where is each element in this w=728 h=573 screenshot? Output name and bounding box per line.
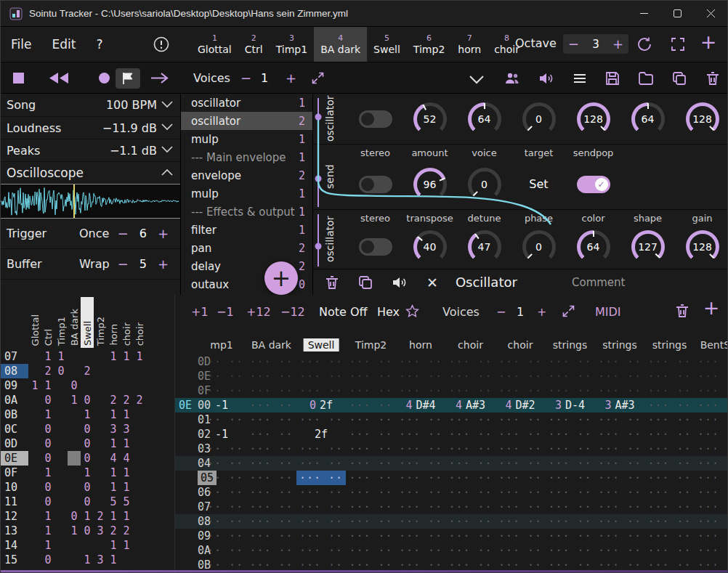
note-cell[interactable]: ··· ·· (197, 514, 246, 529)
pattern-cell[interactable]: 2 (120, 393, 133, 407)
note-cell[interactable]: ··· ·· (695, 413, 728, 427)
track-header[interactable]: horn (405, 338, 437, 351)
note-cell[interactable]: ··· ·· (296, 413, 346, 427)
pattern-cell[interactable] (28, 349, 41, 364)
pattern-cell[interactable]: 1 (68, 393, 81, 407)
pattern-cell[interactable] (94, 451, 107, 466)
pattern-cell[interactable]: 0 (81, 451, 94, 466)
pattern-col-header[interactable]: Ctrl (41, 297, 54, 348)
track-header[interactable]: strings (549, 338, 591, 351)
note-cell[interactable]: ··· ·· (296, 500, 346, 514)
pattern-cell[interactable] (54, 451, 68, 466)
menu-help[interactable]: ? (96, 37, 102, 52)
pattern-row-label[interactable]: 0D (1, 436, 28, 451)
unit-list-item[interactable]: filter1 (181, 221, 312, 239)
unit-solo-button[interactable] (390, 274, 408, 291)
collapse-chevron[interactable] (469, 75, 485, 84)
pattern-cell[interactable]: 3 (94, 553, 107, 567)
note-cell[interactable]: ··· ·· (197, 471, 246, 485)
effect-button[interactable] (405, 304, 420, 319)
pattern-cell[interactable]: 1 (41, 349, 54, 364)
note-cell[interactable]: ··· ·· (247, 514, 296, 529)
note-cell[interactable]: ··· ·· (695, 442, 728, 456)
note-cell[interactable]: ··· ·· (546, 471, 595, 485)
disable-unit-button[interactable]: ✕ (426, 275, 438, 290)
pattern-cell[interactable] (54, 480, 68, 495)
pattern-row-label[interactable]: 08 (1, 364, 28, 378)
note-cell[interactable]: ··· ·· (396, 442, 445, 456)
pattern-cell[interactable] (28, 422, 41, 436)
transpose-up-1-button[interactable]: +1 (191, 305, 209, 319)
note-cell[interactable]: ··· ·· (645, 485, 695, 500)
buffer-plus-button[interactable]: + (158, 256, 169, 272)
unit-list-item[interactable]: pan2 (181, 239, 312, 257)
note-cell[interactable]: ··· ·· (247, 485, 296, 500)
knob-detune[interactable]: 64 (468, 102, 501, 136)
pattern-cell[interactable] (54, 378, 68, 393)
unit-list-item[interactable]: envelope2 (181, 166, 312, 184)
note-cell[interactable]: ··· ·· (645, 456, 695, 471)
note-cell[interactable]: ··· ·· (396, 500, 445, 514)
rewind-button[interactable] (49, 72, 69, 84)
pattern-row-label[interactable]: 0A (1, 393, 28, 407)
note-cell[interactable]: ··· ·· (347, 354, 396, 369)
pattern-cell[interactable] (120, 364, 133, 378)
note-cell[interactable]: ··· ·· (496, 543, 545, 558)
pattern-cell[interactable]: 0 (68, 509, 81, 524)
note-cell[interactable]: ··· ·· (496, 413, 545, 427)
track-header[interactable]: strings (598, 338, 641, 351)
note-cell[interactable]: ··· ·· (396, 471, 445, 485)
pattern-cell[interactable] (54, 495, 68, 509)
hex-toggle[interactable]: Hex (377, 305, 400, 319)
unit-list-item[interactable]: oscillator2 (181, 112, 312, 130)
transpose-down-1-button[interactable]: −1 (217, 305, 234, 319)
note-cell[interactable]: ··· ·· (446, 456, 496, 471)
pattern-cell[interactable] (94, 364, 107, 378)
pattern-cell[interactable]: 1 (120, 349, 133, 364)
note-cell[interactable]: 4D#4 (396, 398, 445, 413)
pattern-cell[interactable] (28, 538, 41, 553)
note-cell[interactable]: ··· ·· (446, 369, 496, 383)
note-cell[interactable]: ··· ·· (347, 369, 396, 383)
note-cell[interactable]: ··· ·· (296, 543, 346, 558)
pattern-cell[interactable]: 1 (120, 466, 133, 480)
pattern-col-header[interactable]: BA dark (68, 297, 81, 348)
track-header[interactable]: BA dark (247, 338, 296, 351)
pattern-cell[interactable] (133, 451, 146, 466)
note-cell[interactable]: ··· ·· (446, 543, 496, 558)
pattern-cell[interactable]: 2 (133, 393, 146, 407)
pattern-cell[interactable] (28, 509, 41, 524)
pattern-cell[interactable]: 2 (94, 509, 107, 524)
note-cell[interactable]: ··· ·· (595, 471, 644, 485)
pattern-row-label[interactable]: 0F (1, 466, 28, 480)
pattern-cell[interactable]: 0 (81, 393, 94, 407)
pattern-cell[interactable]: 1 (107, 509, 120, 524)
note-cell[interactable]: ··· ·· (296, 514, 346, 529)
pattern-cell[interactable] (120, 553, 133, 567)
note-cell[interactable]: ··· ·· (296, 354, 346, 369)
pattern-cell[interactable]: 2 (81, 364, 94, 378)
note-cell[interactable]: -1 (197, 398, 246, 413)
pattern-cell[interactable]: 5 (120, 495, 133, 509)
pattern-cell[interactable]: 0 (41, 495, 54, 509)
pattern-cell[interactable]: 3 (107, 422, 120, 436)
pattern-cell[interactable] (94, 538, 107, 553)
pattern-cell[interactable] (68, 422, 81, 436)
pattern-cell[interactable]: 0 (81, 422, 94, 436)
track-header[interactable]: choir (503, 338, 538, 351)
chevron-down-icon[interactable] (161, 123, 174, 132)
note-cell[interactable]: ··· ·· (546, 514, 595, 529)
pattern-cell[interactable] (94, 495, 107, 509)
menu-file[interactable]: File (11, 37, 31, 52)
note-cell[interactable]: ··· ·· (546, 383, 595, 398)
pattern-row-label[interactable]: 15 (1, 553, 28, 567)
pattern-cell[interactable] (133, 422, 146, 436)
note-cell[interactable]: ··· ·· (496, 529, 545, 543)
note-cell[interactable]: ··· ·· (247, 354, 296, 369)
unit-list-item[interactable]: --- Effects & output1 (181, 203, 312, 221)
note-cell[interactable]: ··· ·· (595, 354, 644, 369)
pattern-cell[interactable] (68, 407, 81, 422)
note-cell[interactable]: ··· ·· (695, 456, 728, 471)
note-cell[interactable]: ··· ·· (595, 383, 644, 398)
knob-phase[interactable]: 0 (522, 102, 556, 136)
